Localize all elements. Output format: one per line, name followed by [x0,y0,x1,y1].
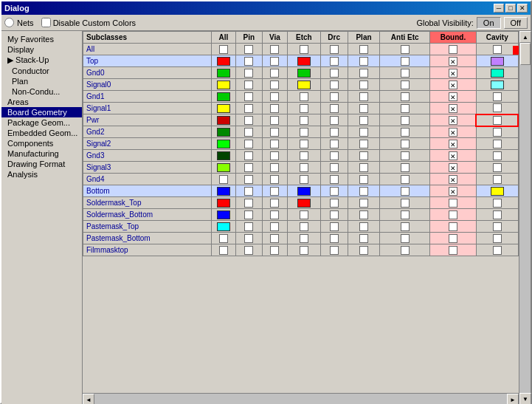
col-plan-cell[interactable] [348,221,380,233]
col-anti-etc-cell[interactable] [380,67,430,79]
col-plan-cell[interactable] [348,67,380,79]
layer-name-cell[interactable]: Gnd3 [83,150,212,162]
col-drc-cell[interactable] [320,209,348,221]
col-etch-cell[interactable] [288,209,320,221]
sidebar-item-non-condu[interactable]: Non-Condu... [1,86,82,97]
layer-name-cell[interactable]: Pastemask_Top [83,221,212,233]
col-via-cell[interactable] [262,79,288,91]
layer-name-cell[interactable]: Gnd2 [83,126,212,138]
col-drc-cell[interactable] [320,55,348,67]
layer-name-cell[interactable]: Gnd0 [83,67,212,79]
col-cavity-cell[interactable] [476,197,518,209]
col-drc-cell[interactable] [320,185,348,197]
col-pin-cell[interactable] [236,209,263,221]
col-plan-cell[interactable] [348,55,380,67]
scroll-right-button[interactable]: ► [507,394,519,404]
col-via-cell[interactable] [262,221,288,233]
layer-name-cell[interactable]: Gnd4 [83,174,212,185]
col-cavity-cell[interactable] [476,91,518,103]
col-all-cell[interactable] [211,221,235,233]
layer-name-cell[interactable]: Soldermask_Bottom [83,209,212,221]
layer-name-cell[interactable]: Soldermask_Top [83,197,212,209]
col-pin-cell[interactable] [236,197,263,209]
col-drc-cell[interactable] [320,138,348,150]
col-anti-etc-cell[interactable] [380,233,430,244]
col-via-cell[interactable] [262,91,288,103]
col-cavity-cell[interactable] [476,67,518,79]
col-pin-cell[interactable] [236,67,263,79]
col-cavity-cell[interactable] [476,244,518,256]
col-plan-cell[interactable] [348,44,380,55]
col-via-cell[interactable] [262,244,288,256]
col-drc-cell[interactable] [320,244,348,256]
scroll-track-v[interactable] [519,43,531,393]
col-drc-cell[interactable] [320,197,348,209]
col-bound-cell[interactable] [430,233,477,244]
col-pin-cell[interactable] [236,126,263,138]
col-all-cell[interactable] [211,150,235,162]
col-drc-cell[interactable] [320,221,348,233]
col-cavity-cell[interactable] [476,103,518,114]
col-all-cell[interactable] [211,126,235,138]
col-drc-cell[interactable] [320,44,348,55]
col-drc-cell[interactable] [320,103,348,114]
col-via-cell[interactable] [262,185,288,197]
col-etch-cell[interactable] [288,197,320,209]
col-all-cell[interactable] [211,162,235,174]
col-plan-cell[interactable] [348,174,380,185]
col-pin-cell[interactable] [236,138,263,150]
col-bound-cell[interactable]: ✕ [430,138,477,150]
col-etch-cell[interactable] [288,174,320,185]
col-pin-cell[interactable] [236,174,263,185]
col-pin-cell[interactable] [236,103,263,114]
col-drc-cell[interactable] [320,67,348,79]
col-bound-cell[interactable] [430,209,477,221]
sidebar-item-display[interactable]: Display [1,44,82,55]
col-bound-cell[interactable]: ✕ [430,79,477,91]
col-bound-cell[interactable]: ✕ [430,114,477,126]
col-drc-cell[interactable] [320,174,348,185]
col-pin-cell[interactable] [236,221,263,233]
col-plan-cell[interactable] [348,103,380,114]
col-cavity-cell[interactable] [476,138,518,150]
col-via-cell[interactable] [262,150,288,162]
col-anti-etc-cell[interactable] [380,103,430,114]
col-bound-cell[interactable]: ✕ [430,103,477,114]
layer-name-cell[interactable]: Signal3 [83,162,212,174]
col-etch-cell[interactable] [288,244,320,256]
col-plan-cell[interactable] [348,138,380,150]
col-pin-cell[interactable] [236,91,263,103]
scroll-thumb-v[interactable] [520,43,531,65]
col-plan-cell[interactable] [348,244,380,256]
col-anti-etc-cell[interactable] [380,185,430,197]
col-etch-cell[interactable] [288,185,320,197]
col-cavity-cell[interactable] [476,114,518,126]
col-anti-etc-cell[interactable] [380,221,430,233]
col-cavity-cell[interactable] [476,126,518,138]
col-anti-etc-cell[interactable] [380,114,430,126]
col-via-cell[interactable] [262,67,288,79]
col-drc-cell[interactable] [320,162,348,174]
col-etch-cell[interactable] [288,103,320,114]
col-drc-cell[interactable] [320,150,348,162]
close-button[interactable]: ✕ [517,4,528,13]
sidebar-item-areas[interactable]: Areas [1,97,82,107]
sidebar-item-my-favorites[interactable]: My Favorites [1,34,82,44]
layer-name-cell[interactable]: Bottom [83,185,212,197]
sidebar-item-manufacturing[interactable]: Manufacturing [1,148,82,159]
col-via-cell[interactable] [262,209,288,221]
col-drc-cell[interactable] [320,91,348,103]
col-etch-cell[interactable] [288,138,320,150]
col-all-cell[interactable] [211,174,235,185]
col-pin-cell[interactable] [236,44,263,55]
col-anti-etc-cell[interactable] [380,150,430,162]
col-etch-cell[interactable] [288,114,320,126]
col-cavity-cell[interactable] [476,162,518,174]
col-etch-cell[interactable] [288,44,320,55]
col-all-cell[interactable] [211,244,235,256]
col-via-cell[interactable] [262,138,288,150]
col-drc-cell[interactable] [320,79,348,91]
col-all-cell[interactable] [211,114,235,126]
sidebar-item-embedded-geom[interactable]: Embedded Geom... [1,128,82,138]
col-via-cell[interactable] [262,174,288,185]
